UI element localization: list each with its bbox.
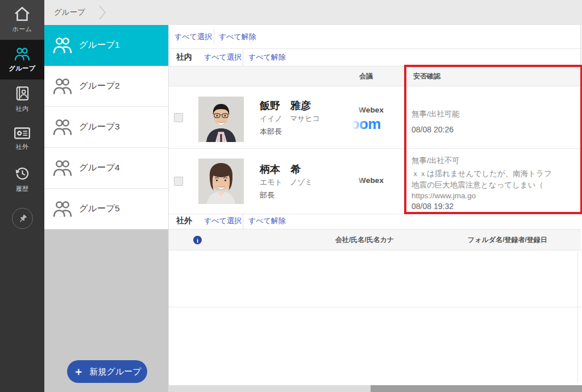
main-content: すべて選択 すべて解除 社内 すべて選択 すべて解除 会議 安否確認 — [168, 25, 582, 392]
business-card-icon — [14, 127, 30, 139]
breadcrumb: グループ — [44, 0, 582, 25]
chevron-right-icon — [98, 4, 107, 21]
meeting-cell: Webex — [352, 149, 406, 214]
member-kana: イイノ マサヒコ — [260, 114, 320, 124]
internal-select-all-link[interactable]: すべて選択 — [204, 52, 242, 62]
safety-time: 08/08 19:32 — [411, 202, 454, 211]
group-icon — [52, 78, 73, 94]
sidebar-item-external[interactable]: 社外 — [0, 119, 44, 159]
sidebar-item-label: 社内 — [16, 105, 29, 113]
group-list-panel: グループ1 グループ2 グループ3 グループ4 — [44, 25, 168, 392]
external-section-label: 社外 — [176, 216, 192, 226]
row-checkbox[interactable] — [174, 113, 183, 122]
group-item-label: グループ1 — [79, 39, 120, 51]
member-name: 柄本 希 — [260, 162, 301, 176]
info-icon[interactable]: i — [193, 236, 202, 244]
zoom-logo: zoom — [352, 115, 381, 133]
group-item-label: グループ5 — [79, 203, 120, 215]
safety-message: ｘｘは揺れませんでしたが、南海トラフ 地震の巨大地震注意となってしまい（ htt… — [411, 168, 552, 202]
empty-row — [169, 251, 582, 307]
group-item-2[interactable]: グループ2 — [44, 66, 168, 107]
selection-toolbar: すべて選択 すべて解除 — [169, 25, 582, 49]
group-item-4[interactable]: グループ4 — [44, 148, 168, 189]
plus-icon: ＋ — [73, 366, 84, 377]
pin-icon — [18, 214, 28, 224]
webex-logo: Webex — [359, 176, 384, 185]
sidebar-item-internal[interactable]: 社内 — [0, 80, 44, 119]
internal-section-bar: 社内 すべて選択 すべて解除 — [169, 49, 582, 66]
member-photo — [198, 97, 244, 142]
sidebar-item-label: 社外 — [16, 143, 29, 151]
horizontal-scrollbar[interactable] — [168, 385, 582, 392]
meeting-cell: Webex zoom — [352, 86, 406, 148]
member-name: 飯野 雅彦 — [260, 99, 311, 112]
new-group-button[interactable]: ＋ 新規グループ — [67, 360, 147, 383]
safety-status: 無事/出社可能 — [411, 109, 460, 119]
divider — [243, 213, 243, 229]
home-icon — [14, 6, 31, 22]
address-book-icon — [15, 86, 30, 101]
group-icon — [14, 47, 31, 61]
group-icon — [52, 201, 73, 217]
row-checkbox[interactable] — [174, 177, 183, 186]
external-deselect-all-link[interactable]: すべて解除 — [248, 216, 286, 226]
safety-status: 無事/出社不可 — [411, 156, 460, 166]
internal-table-header: 会議 安否確認 — [169, 66, 582, 86]
divider — [214, 28, 214, 44]
sidebar-item-home[interactable]: ホーム — [0, 0, 44, 40]
member-row: 飯野 雅彦 イイノ マサヒコ 本部長 Webex zoom 無事/出社可能 08… — [169, 86, 582, 149]
group-icon — [52, 160, 73, 176]
sidebar-item-history[interactable]: 履歴 — [0, 159, 44, 199]
column-header-meeting: 会議 — [359, 66, 373, 86]
group-item-label: グループ2 — [79, 80, 120, 92]
pin-button[interactable] — [12, 208, 33, 229]
group-item-label: グループ4 — [79, 162, 120, 174]
internal-section-label: 社内 — [176, 52, 192, 62]
external-select-all-link[interactable]: すべて選択 — [204, 216, 242, 226]
divider — [577, 252, 578, 383]
new-group-label: 新規グループ — [89, 366, 141, 377]
webex-logo: Webex — [359, 106, 384, 114]
safety-cell: 無事/出社可能 08/08 20:26 — [411, 86, 580, 148]
external-table-header: i 会社/氏名/氏名カナ フォルダ名/登録者/登録日 — [169, 229, 581, 251]
safety-cell: 無事/出社不可 ｘｘは揺れませんでしたが、南海トラフ 地震の巨大地震注意となって… — [411, 149, 580, 214]
select-all-link[interactable]: すべて選択 — [174, 32, 212, 42]
column-header-company: 会社/氏名/氏名カナ — [335, 230, 394, 250]
safety-time: 08/08 20:26 — [411, 125, 454, 134]
member-title: 部長 — [260, 190, 275, 201]
sidebar: ホーム グループ 社内 — [0, 0, 44, 392]
group-icon — [52, 37, 73, 53]
group-item-label: グループ3 — [79, 121, 120, 133]
history-icon — [14, 165, 30, 181]
sidebar-item-group[interactable]: グループ — [0, 40, 44, 80]
group-item-1[interactable]: グループ1 — [44, 25, 168, 66]
sidebar-item-label: ホーム — [12, 25, 32, 34]
column-header-safety: 安否確認 — [413, 66, 440, 86]
divider — [243, 49, 243, 66]
group-item-5[interactable]: グループ5 — [44, 189, 168, 230]
member-row: 柄本 希 エモト ノゾミ 部長 Webex 無事/出社不可 ｘｘは揺れませんでし… — [169, 149, 582, 214]
internal-deselect-all-link[interactable]: すべて解除 — [248, 52, 286, 62]
column-header-folder: フォルダ名/登録者/登録日 — [468, 230, 547, 250]
external-section-bar: 社外 すべて選択 すべて解除 — [169, 213, 582, 229]
sidebar-item-label: グループ — [9, 64, 36, 73]
divider — [580, 25, 581, 65]
group-item-3[interactable]: グループ3 — [44, 107, 168, 148]
deselect-all-link[interactable]: すべて解除 — [219, 32, 256, 42]
breadcrumb-title[interactable]: グループ — [54, 7, 85, 18]
scrollbar-thumb[interactable] — [371, 385, 582, 392]
member-photo — [198, 159, 244, 204]
app-window: グループ ホーム グループ — [0, 0, 582, 392]
member-kana: エモト ノゾミ — [260, 177, 313, 187]
sidebar-item-label: 履歴 — [16, 185, 29, 193]
group-icon — [52, 119, 73, 135]
member-title: 本部長 — [260, 127, 282, 137]
